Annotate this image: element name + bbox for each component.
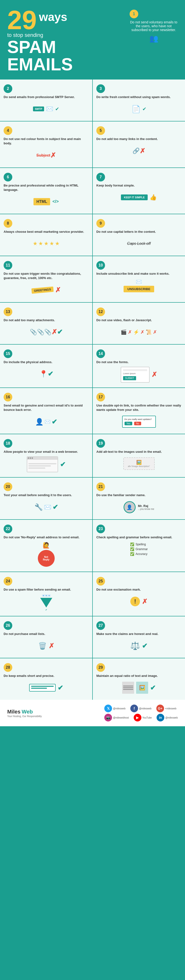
footer: Miles Web Your Hosting, Our Responsibili… [0,700,185,726]
tip-18-text: Allow people to view your email in a web… [3,450,78,454]
tip-23-illustration: ✅ Spelling ✅ Grammar ✅ Accuracy [96,542,182,556]
star-3: ★ [44,240,49,247]
tip-29-badge: 29 [96,663,105,672]
tip-cell-8: 8 Always choose best email marketing ser… [0,214,93,256]
checklist-spelling: ✅ Spelling [130,542,148,546]
header-number-row: 29 ways [7,7,73,33]
crossmark-5: ✗ [140,147,145,155]
twitter-handle-2: f @milesweb [130,705,152,712]
tip-9-badge: 9 [96,219,105,228]
browser-dot-3 [32,457,33,459]
tip-18-illustration: ✔ [3,457,89,472]
checklist-accuracy: ✅ Accuracy [130,552,148,556]
checkmark-3: ✔ [142,106,147,112]
video-icon: 🎬 [121,329,127,335]
tip-21-badge: 21 [96,482,105,491]
tip-20-badge: 20 [3,482,12,491]
tip-cell-26: 26 Do not purchase email lists. 🗑️ ✗ [0,616,93,658]
document-icon-3: 📄 [132,105,140,113]
tip-24-text: Do use a spam filter before sending an e… [3,587,71,592]
tip-16-illustration: 👤 ✉️ ✔ [3,414,89,429]
tip-13-badge: 13 [3,307,12,316]
tip-5-badge: 5 [96,126,105,135]
twitter-handle: 𝕏 @milesweb [104,705,126,712]
infographic: 29 ways to stop sending SPAM EMAILS 1 Do… [0,0,185,726]
browser-dot-1 [28,457,29,459]
tip-8-illustration: ★ ★ ★ ★ ★ [3,236,89,251]
no-btn-17[interactable]: No [134,422,141,425]
instagram-icon[interactable]: 📷 [104,714,112,721]
tip-cell-23: 23 Check spelling and grammar before sen… [93,520,185,571]
youtube-icon[interactable]: ▶ [134,714,141,721]
text-line-2 [123,687,133,688]
tip-cell-5: 5 Do not add too many links in the conte… [93,121,185,167]
tip-13-text: Do not add too many attachments. [3,318,55,322]
thumbsup-7: 👍 [150,194,157,201]
filter-shape-24 [40,598,52,608]
twitter-icon[interactable]: 𝕏 [104,705,112,712]
header-right: 1 Do not send voluntary emails to the us… [129,10,178,43]
header-text-block: 29 ways to stop sending SPAM EMAILS [7,7,73,73]
footer-logo: Miles Web [7,709,42,715]
tip-27-text: Make sure the claims are honest and real… [96,632,158,636]
tip-cell-14: 14 Do not use the forms. Lorem ipsum SUB… [93,345,185,387]
tip-cell-7: 7 Keep body format simple. KEEP IT SIMPL… [93,168,185,214]
yes-no-row-17: Yes No [124,422,153,425]
yes-btn-17[interactable]: Yes [124,422,132,425]
form-submit-14: SUBMIT [123,376,136,380]
tip-cell-27: 27 Make sure the claims are honest and r… [93,616,185,658]
alt-box-19: 🖼️ alt="image description" [123,457,155,470]
tip-cell-12: 12 Do not use video, flash or Javascript… [93,303,185,344]
video-icons-12: 🎬 ✗ ⚡ ✗ 📜 ✗ [121,329,157,335]
tip-cell-20: 20 Test your email before sending it to … [0,477,93,519]
tip-15-text: Do include the physical address. [3,360,52,364]
tip-28-text: Do keep emails short and precise. [3,674,54,678]
stars-8: ★ ★ ★ ★ ★ [33,240,60,247]
tip-21-illustration: 👤 Mr. Raj ...you know me [96,500,182,514]
filtered-24: ✔ [45,608,47,611]
footer-left: Miles Web Your Hosting, Our Responsibili… [7,709,42,718]
tip-10-badge: 10 [96,261,105,270]
tip-row-24-25: 24 Do use a spam filter before sending a… [0,572,185,616]
footer-social: 𝕏 @milesweb f @milesweb G+ +milesweb 📷 @… [104,705,178,721]
text-line-3 [123,689,133,690]
tip-17-badge: 17 [96,393,105,401]
tip-5-text: Do not add too many links in the content… [96,137,158,141]
checkmark-2: ✔ [55,106,59,112]
tools-icon-20: 🔧 [34,503,43,511]
double-opt-box-17: Do you really want updates? Yes No [122,416,156,428]
gplus-icon[interactable]: G+ [156,705,164,712]
image-block-29: 🖼️ [136,682,148,694]
caps-lock-text-9: Caps Lock off [127,242,151,246]
tip-16-badge: 16 [3,393,12,401]
browser-dot-2 [30,457,31,459]
tip-25-badge: 25 [96,577,105,585]
tip-cell-25: 25 Do not use exclamation mark. ! ✗ [93,572,185,616]
star-2: ★ [38,240,43,247]
mr-raj-box-21: 👤 Mr. Raj ...you know me [124,501,154,513]
browser-content-18 [27,460,57,472]
mr-raj-sub: ...you know me [138,508,154,511]
envelope-10: ✉️ [136,279,142,285]
js-icon: 📜 [146,329,152,335]
checkmark-20: ✔ [53,503,58,511]
exclaim-icon-25: ! [130,597,140,606]
logo-web: Web [22,709,33,715]
twitter-text: @milesweb [113,707,126,710]
tip-cell-4: 4 Do not use red colour fonts in subject… [0,121,93,167]
tip-26-illustration: 🗑️ ✗ [3,638,89,653]
links-icon-5: 🔗 [132,148,140,154]
tip-cell-29: 29 Maintain an equal ratio of text and i… [93,658,185,700]
tip-6-badge: 6 [3,173,12,181]
facebook-icon[interactable]: f [130,705,138,712]
text-block-29 [122,682,134,694]
linkedin-icon[interactable]: in [156,714,164,721]
tip-cell-6: 6 Be precise and professional while codi… [0,168,93,214]
checkmark-18: ✔ [60,460,65,468]
tip-24-illustration: 📧📧📧 ✔ [3,594,89,611]
tip-15-illustration: 📍 ✔ [3,367,89,381]
crossmark-26: ✗ [49,642,54,650]
twitter-text-2: @milesweb [139,707,152,710]
header-spam: SPAM [7,38,73,56]
tip-cell-19: 19 Add alt-text to the images used in th… [93,434,185,477]
